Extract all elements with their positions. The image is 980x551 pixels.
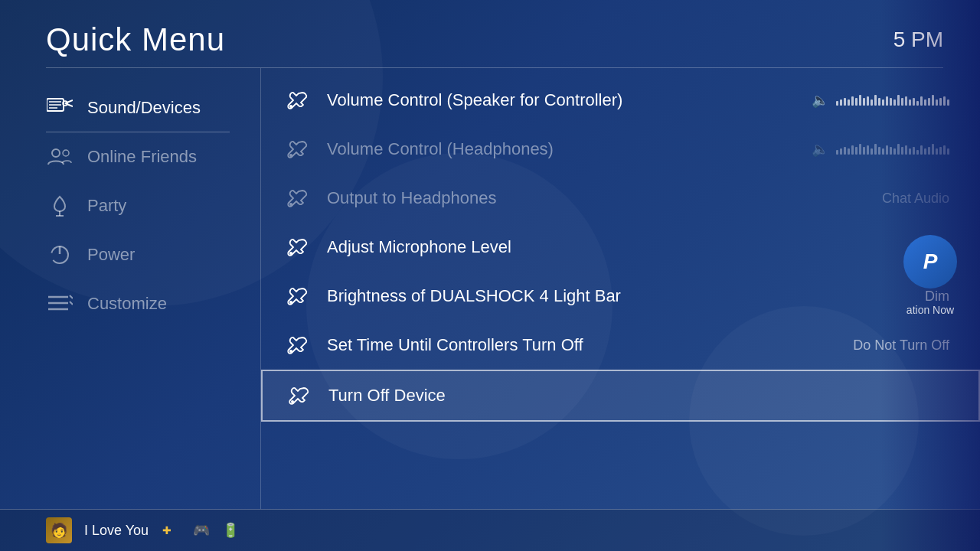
sidebar-label-sound-devices: Sound/Devices [87, 98, 201, 118]
wrench-icon-1 [284, 135, 312, 163]
menu-label-volume-speaker: Volume Control (Speaker for Controller) [327, 90, 812, 110]
header: Quick Menu 5 PM [0, 0, 980, 58]
sidebar-label-party: Party [87, 196, 126, 216]
menu-label-adjust-mic: Adjust Microphone Level [327, 237, 949, 257]
menu-label-turn-off-controllers: Set Time Until Controllers Turn Off [327, 335, 838, 355]
menu-item-brightness[interactable]: Brightness of DUALSHOCK 4 Light Bar Dim [261, 272, 980, 321]
sidebar: Sound/Devices Online Friends [0, 68, 260, 509]
svg-point-19 [289, 154, 292, 157]
party-icon [46, 192, 74, 220]
svg-point-8 [63, 150, 69, 156]
customize-icon [46, 290, 74, 318]
wrench-icon-5 [284, 331, 312, 359]
wrench-icon-0 [284, 86, 312, 114]
menu-label-turn-off-device: Turn Off Device [328, 386, 948, 406]
wrench-icon-3 [284, 233, 312, 261]
sidebar-label-power: Power [87, 245, 135, 265]
menu-item-adjust-mic[interactable]: Adjust Microphone Level [261, 223, 980, 272]
page-title: Quick Menu [46, 21, 225, 58]
wrench-icon-6 [286, 382, 313, 409]
footer-username: I Love You [84, 523, 149, 539]
wrench-icon-2 [284, 184, 312, 212]
menu-item-turn-off-device[interactable]: Turn Off Device [261, 370, 980, 422]
right-overlay: P ation Now [880, 0, 980, 551]
svg-point-22 [289, 301, 292, 304]
menu-item-turn-off-controllers[interactable]: Set Time Until Controllers Turn Off Do N… [261, 321, 980, 370]
footer-battery-icon: 🔋 [222, 522, 239, 539]
menu-item-volume-headphones[interactable]: Volume Control (Headphones) 🔈 [261, 125, 980, 174]
sidebar-item-online-friends[interactable]: Online Friends [46, 132, 260, 181]
svg-point-23 [289, 350, 292, 353]
svg-point-18 [289, 105, 292, 108]
menu-label-output-headphones: Output to Headphones [327, 188, 867, 208]
right-panel: Volume Control (Speaker for Controller) … [260, 68, 980, 509]
power-icon [46, 241, 74, 269]
svg-point-21 [289, 252, 292, 255]
footer-controller-icon: 🎮 [193, 522, 210, 539]
menu-item-output-headphones[interactable]: Output to Headphones Chat Audio [261, 174, 980, 223]
menu-item-volume-speaker[interactable]: Volume Control (Speaker for Controller) … [261, 76, 980, 125]
svg-line-16 [70, 295, 73, 298]
sidebar-item-customize[interactable]: Customize [46, 279, 260, 328]
footer: 🧑 I Love You ✚ 🎮 🔋 [0, 509, 980, 551]
svg-line-17 [70, 302, 73, 305]
playstation-button[interactable]: P [903, 235, 957, 289]
wrench-icon-4 [284, 282, 312, 310]
svg-point-20 [289, 203, 292, 206]
menu-label-brightness: Brightness of DUALSHOCK 4 Light Bar [327, 286, 910, 306]
sidebar-label-online-friends: Online Friends [87, 147, 197, 167]
sidebar-item-party[interactable]: Party [46, 181, 260, 230]
main-content: Sound/Devices Online Friends [0, 68, 980, 509]
avatar: 🧑 [46, 517, 72, 543]
menu-label-volume-headphones: Volume Control (Headphones) [327, 139, 812, 159]
svg-point-7 [52, 149, 60, 157]
online-friends-icon [46, 143, 74, 171]
psnow-label: ation Now [906, 304, 954, 316]
sidebar-item-sound-devices[interactable]: Sound/Devices [46, 83, 260, 132]
sidebar-label-customize: Customize [87, 294, 167, 314]
svg-point-24 [291, 400, 294, 403]
sidebar-item-power[interactable]: Power [46, 230, 260, 279]
footer-ps-plus: ✚ [162, 524, 172, 536]
sound-devices-icon [46, 94, 74, 122]
